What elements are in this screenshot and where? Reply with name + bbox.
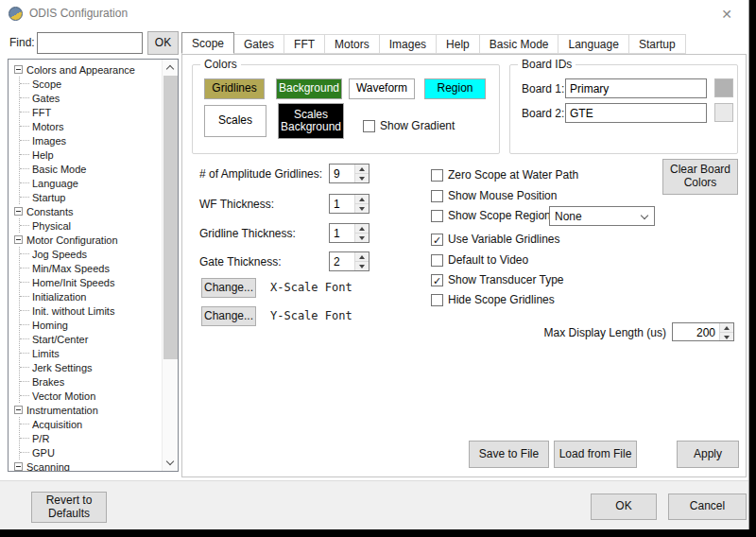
clear-board-colors-button[interactable]: Clear Board Colors — [662, 159, 738, 195]
tree-item-home-init-speeds[interactable]: Home/Init Speeds — [20, 275, 162, 289]
tree-item-images[interactable]: Images — [20, 133, 162, 147]
of-amplitude-gridlines-stepper[interactable]: 9 — [329, 164, 369, 183]
tree-item-brakes[interactable]: Brakes — [20, 374, 162, 389]
stepper-up-icon[interactable] — [354, 165, 369, 173]
checkbox-box[interactable] — [431, 254, 443, 267]
tab-motors[interactable]: Motors — [325, 34, 380, 54]
waveform-color-button[interactable]: Waveform — [349, 78, 415, 99]
apply-button[interactable]: Apply — [677, 441, 739, 468]
show-scope-region-dropdown[interactable]: None — [549, 206, 655, 226]
collapse-icon[interactable] — [14, 207, 23, 216]
tree-item-vector-motion[interactable]: Vector Motion — [20, 389, 162, 403]
checkbox-box[interactable] — [431, 169, 443, 182]
tab-language[interactable]: Language — [558, 34, 628, 54]
stepper-down-icon[interactable] — [719, 332, 733, 341]
checkbox-box[interactable]: ✓ — [431, 274, 443, 286]
tree-item-instrumentation[interactable]: Instrumentation — [12, 403, 162, 417]
stepper-up-icon[interactable] — [354, 252, 369, 261]
tree-item-scope[interactable]: Scope — [20, 77, 162, 91]
collapse-icon[interactable] — [14, 406, 23, 414]
tab-images[interactable]: Images — [380, 34, 437, 54]
tree-item-constants[interactable]: Constants — [12, 204, 162, 218]
tree-item-limits[interactable]: Limits — [20, 346, 162, 360]
checkbox-box[interactable]: ✓ — [431, 234, 443, 246]
checkbox-box[interactable] — [431, 190, 443, 202]
load-from-file-button[interactable]: Load from File — [554, 441, 637, 468]
zero-scope-at-water-path-checkbox[interactable]: Zero Scope at Water Path — [431, 168, 578, 182]
tab-scope[interactable]: Scope — [181, 32, 234, 54]
close-icon[interactable]: ✕ — [718, 6, 735, 23]
stepper-up-icon[interactable] — [354, 195, 369, 203]
change-x-scale-font-button[interactable]: Change... — [201, 278, 256, 298]
change-y-scale-font-button[interactable]: Change... — [201, 306, 256, 326]
tree-item-physical[interactable]: Physical — [20, 218, 162, 233]
scrollbar-thumb[interactable] — [163, 76, 178, 359]
show-gradient-checkbox[interactable]: Show Gradient — [363, 119, 455, 132]
tree-item-help[interactable]: Help — [20, 147, 162, 162]
tree-item-initialization[interactable]: Initialization — [20, 289, 162, 303]
tree-item-colors-and-appearance[interactable]: Colors and Appearance — [12, 62, 162, 77]
tree-scrollbar[interactable] — [162, 60, 178, 471]
stepper-down-icon[interactable] — [354, 203, 369, 213]
background-color-button[interactable]: Background — [276, 78, 342, 99]
tree-item-fft[interactable]: FFT — [20, 105, 162, 119]
collapse-icon[interactable] — [14, 462, 23, 471]
scales-color-button[interactable]: Scales — [204, 105, 266, 137]
gridline-thickness-stepper[interactable]: 1 — [329, 223, 369, 243]
tree-item-motors[interactable]: Motors — [20, 119, 162, 133]
gridlines-color-button[interactable]: Gridlines — [204, 78, 265, 99]
tree-item-language[interactable]: Language — [20, 176, 162, 190]
tree-item-startup[interactable]: Startup — [20, 190, 162, 204]
tree-item-gates[interactable]: Gates — [20, 91, 162, 105]
tree-item-homing[interactable]: Homing — [20, 318, 162, 332]
gate-thickness-stepper[interactable]: 2 — [329, 251, 369, 271]
stepper-down-icon[interactable] — [354, 173, 369, 182]
scrollbar-up-icon[interactable] — [163, 60, 179, 76]
tree-item-jerk-settings[interactable]: Jerk Settings — [20, 360, 162, 374]
tab-basic-mode[interactable]: Basic Mode — [480, 34, 559, 54]
scales-background-color-button[interactable]: Scales Background — [278, 103, 344, 139]
save-to-file-button[interactable]: Save to File — [469, 441, 549, 468]
collapse-icon[interactable] — [14, 235, 23, 244]
find-ok-button[interactable]: OK — [147, 31, 179, 55]
cancel-button[interactable]: Cancel — [668, 494, 747, 520]
board-1-input[interactable] — [565, 78, 707, 98]
tab-help[interactable]: Help — [437, 34, 480, 54]
tree-item-p-r[interactable]: P/R — [20, 431, 162, 445]
tree-item-motor-configuration[interactable]: Motor Configuration — [12, 233, 162, 247]
stepper-up-icon[interactable] — [719, 323, 733, 332]
find-input[interactable] — [37, 32, 143, 54]
show-scope-region-checkbox[interactable]: Show Scope RegionNone — [431, 209, 551, 222]
tab-startup[interactable]: Startup — [629, 34, 686, 54]
ok-button[interactable]: OK — [591, 494, 657, 520]
checkbox-box[interactable] — [431, 294, 443, 306]
board-2-input[interactable] — [565, 103, 707, 123]
tree-item-min-max-speeds[interactable]: Min/Max Speeds — [20, 261, 162, 275]
stepper-up-icon[interactable] — [354, 224, 369, 233]
collapse-icon[interactable] — [14, 65, 23, 74]
tree-item-acquisition[interactable]: Acquisition — [20, 417, 162, 431]
scrollbar-down-icon[interactable] — [163, 455, 179, 471]
tab-gates[interactable]: Gates — [234, 34, 284, 54]
tree-item-scanning[interactable]: Scanning — [12, 459, 162, 471]
region-color-button[interactable]: Region — [424, 78, 486, 99]
board-1-color-swatch[interactable] — [714, 78, 733, 97]
tree-item-start-center[interactable]: Start/Center — [20, 332, 162, 346]
show-mouse-position-checkbox[interactable]: Show Mouse Position — [431, 189, 557, 202]
board-2-color-swatch[interactable] — [714, 103, 733, 122]
show-transducer-type-checkbox[interactable]: ✓Show Transducer Type — [431, 273, 564, 286]
revert-to-defaults-button[interactable]: Revert to Defaults — [31, 492, 107, 523]
tree-item-basic-mode[interactable]: Basic Mode — [20, 162, 162, 176]
wf-thickness-stepper[interactable]: 1 — [329, 194, 369, 214]
use-variable-gridlines-checkbox[interactable]: ✓Use Variable Gridlines — [431, 233, 560, 246]
checkbox-box[interactable] — [431, 210, 443, 222]
tree-item-gpu[interactable]: GPU — [20, 445, 162, 459]
stepper-down-icon[interactable] — [354, 261, 369, 270]
hide-scope-gridlines-checkbox[interactable]: Hide Scope Gridlines — [431, 293, 555, 306]
default-to-video-checkbox[interactable]: Default to Video — [431, 253, 528, 267]
checkbox-box[interactable] — [363, 120, 375, 132]
tab-fft[interactable]: FFT — [284, 34, 325, 54]
stepper-down-icon[interactable] — [354, 233, 369, 242]
tree-item-init-without-limits[interactable]: Init. without Limits — [20, 303, 162, 318]
tree-item-jog-speeds[interactable]: Jog Speeds — [20, 247, 162, 261]
